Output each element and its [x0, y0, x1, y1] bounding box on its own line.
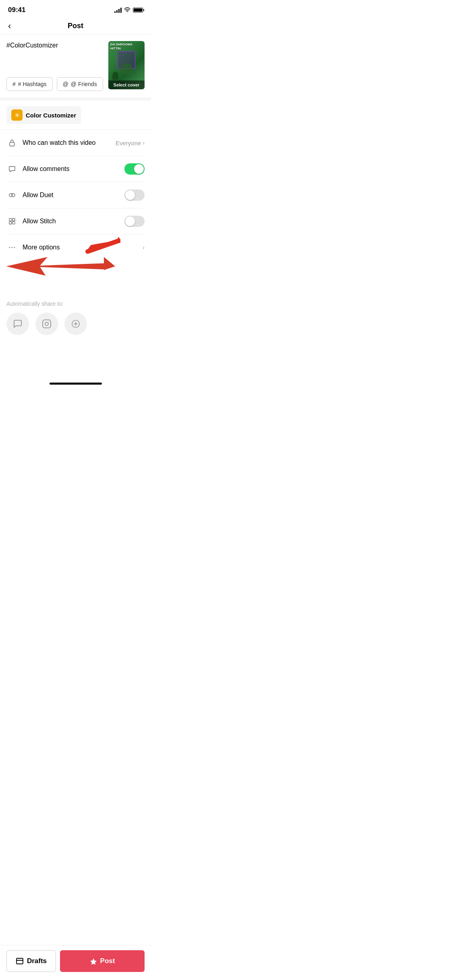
- hashtags-button[interactable]: # # Hashtags: [6, 77, 53, 91]
- messages-share-button[interactable]: [6, 313, 29, 335]
- who-can-watch-value: Everyone ›: [116, 140, 145, 146]
- friends-button[interactable]: @ @ Friends: [57, 77, 103, 91]
- signal-icon: [114, 8, 122, 13]
- video-watermark: DA SHROOMS HITTIN: [108, 41, 145, 52]
- hashtags-label: # Hashtags: [18, 81, 47, 87]
- svg-point-16: [49, 321, 50, 322]
- allow-duet-row[interactable]: Allow Duet: [6, 182, 145, 208]
- status-time: 09:41: [8, 6, 25, 14]
- add-share-button[interactable]: [64, 313, 87, 335]
- caption-text[interactable]: #ColorCustomizer: [6, 41, 103, 50]
- effect-badge[interactable]: ✳ Color Customizer: [6, 106, 81, 124]
- who-can-watch-row[interactable]: Who can watch this video Everyone ›: [6, 130, 145, 156]
- svg-marker-11: [116, 237, 120, 243]
- friends-label: @ Friends: [71, 81, 97, 87]
- svg-marker-12: [104, 257, 115, 270]
- wifi-icon: [124, 7, 130, 13]
- battery-icon: [133, 8, 143, 12]
- allow-duet-toggle[interactable]: [124, 189, 145, 201]
- who-can-watch-label: Who can watch this video: [23, 139, 116, 146]
- effect-section: ✳ Color Customizer: [0, 101, 151, 130]
- more-options-chevron: ›: [143, 244, 145, 251]
- share-apps: [6, 313, 145, 335]
- page-title: Post: [68, 22, 83, 30]
- hashtag-icon: #: [12, 81, 16, 87]
- svg-point-0: [127, 11, 128, 12]
- svg-rect-6: [9, 222, 12, 224]
- back-button[interactable]: ‹: [8, 21, 11, 31]
- effect-icon: ✳: [11, 109, 23, 121]
- header: ‹ Post: [0, 18, 151, 35]
- lock-icon: [6, 137, 18, 148]
- toggle-knob: [125, 216, 135, 226]
- pointing-arrow: [2, 248, 115, 284]
- toggle-knob: [134, 164, 144, 174]
- allow-comments-toggle[interactable]: [124, 163, 145, 175]
- at-icon: @: [63, 81, 68, 87]
- allow-stitch-toggle[interactable]: [124, 216, 145, 227]
- divider: [0, 97, 151, 101]
- svg-rect-5: [12, 218, 15, 221]
- share-section: Automatically share to:: [0, 292, 151, 339]
- allow-stitch-label: Allow Stitch: [23, 218, 124, 225]
- arrow-container: [6, 260, 151, 292]
- video-thumbnail[interactable]: DA SHROOMS HITTIN Select cover: [108, 41, 145, 89]
- svg-marker-13: [6, 257, 104, 276]
- svg-point-15: [45, 322, 48, 325]
- share-label: Automatically share to:: [6, 301, 145, 307]
- allow-comments-row[interactable]: Allow comments: [6, 156, 145, 182]
- home-indicator: [50, 383, 102, 385]
- effect-name: Color Customizer: [26, 112, 76, 119]
- caption-area: #ColorCustomizer # # Hashtags @ @ Friend…: [0, 35, 151, 97]
- svg-rect-4: [9, 218, 12, 221]
- status-icons: [114, 7, 143, 13]
- svg-rect-1: [10, 142, 14, 146]
- svg-rect-7: [12, 222, 15, 224]
- toggle-knob: [125, 190, 135, 200]
- settings-section: Who can watch this video Everyone › Allo…: [0, 130, 151, 260]
- allow-duet-label: Allow Duet: [23, 191, 124, 199]
- duet-icon: [6, 189, 18, 201]
- instagram-share-button[interactable]: [35, 313, 58, 335]
- chevron-icon: ›: [143, 140, 145, 146]
- allow-stitch-row[interactable]: Allow Stitch: [6, 208, 145, 235]
- allow-comments-label: Allow comments: [23, 165, 124, 173]
- status-bar: 09:41: [0, 0, 151, 18]
- select-cover-label: Select cover: [108, 80, 145, 89]
- stitch-icon: [6, 216, 18, 227]
- svg-rect-14: [43, 320, 51, 328]
- comment-icon: [6, 163, 18, 175]
